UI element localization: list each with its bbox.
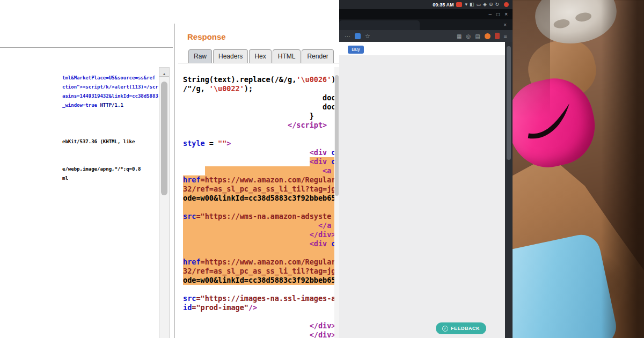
- scrollbar-thumb[interactable]: [335, 75, 339, 196]
- request-panel: tml&MarketPlace=US&source=ss&refction"><…: [0, 0, 173, 338]
- photo-knuckle: [575, 12, 592, 23]
- tabs-divider: [178, 63, 339, 63]
- code-line: ode=w00&linkId=cc38d5883c3f92bbeb65: [183, 194, 334, 203]
- photo-shadow: [513, 0, 550, 118]
- tray-icon[interactable]: ↻: [495, 0, 499, 9]
- code-line: </script>: [183, 121, 334, 130]
- close-button[interactable]: ×: [504, 9, 508, 19]
- proxy-icon[interactable]: [485, 33, 491, 39]
- code-line: [62, 128, 158, 137]
- code-line: [183, 248, 334, 258]
- code-line: ml: [62, 174, 158, 183]
- code-line: [62, 156, 158, 165]
- maximize-button[interactable]: □: [496, 9, 500, 19]
- page-content: Buy ✓ FEEDBACK: [339, 42, 505, 338]
- clock: 09:35 AM: [433, 2, 453, 8]
- code-line: tml&MarketPlace=US&source=ss&ref: [62, 74, 158, 83]
- record-icon[interactable]: [504, 2, 509, 7]
- code-line: [183, 312, 334, 321]
- request-editor[interactable]: tml&MarketPlace=US&source=ss&refction"><…: [62, 74, 158, 183]
- code-line: }: [183, 112, 334, 121]
- code-line: doc: [183, 93, 334, 102]
- feedback-button[interactable]: ✓ FEEDBACK: [436, 322, 486, 334]
- code-line: _window=true HTTP/1.1: [62, 101, 158, 110]
- minimize-button[interactable]: –: [489, 9, 492, 19]
- response-viewer[interactable]: String(text).replace(/&/g,'\u0026')/"/g,…: [183, 75, 334, 338]
- browser-tab[interactable]: [339, 20, 420, 30]
- code-line: /"/g, '\u0022');: [183, 84, 334, 93]
- code-line: <div cl: [183, 157, 334, 166]
- adblock-icon[interactable]: [495, 33, 500, 39]
- code-line: src="https://images-na.ssl-images-a: [183, 294, 334, 303]
- code-line: <div cl: [183, 239, 334, 248]
- code-line: [183, 203, 334, 212]
- browser-scrollbar[interactable]: [505, 42, 513, 338]
- code-line: 32/ref=as_sl_pc_as_ss_li_til?tag=jg: [183, 267, 334, 276]
- code-line: [62, 110, 158, 119]
- page-header: Buy: [339, 42, 505, 55]
- code-line: 32/ref=as_sl_pc_as_ss_li_til?tag=jg: [183, 185, 334, 194]
- code-line: href=https://www.amazon.com/Regular: [183, 175, 334, 185]
- code-line: </div>: [183, 230, 334, 239]
- code-line: </div>: [183, 321, 334, 330]
- code-line: ode=w00&linkId=cc38d5883c3f92bbeb65: [183, 276, 334, 285]
- code-line: doc: [183, 102, 334, 112]
- scrollbar-thumb[interactable]: [161, 82, 167, 195]
- tab-headers[interactable]: Headers: [213, 49, 248, 63]
- system-bar: 09:35 AM ▾◧▭◈⊙↻: [339, 0, 513, 9]
- container-icon[interactable]: ▤: [475, 33, 480, 39]
- tray-icon[interactable]: ⊙: [489, 0, 493, 9]
- response-panel: Response RawHeadersHexHTMLRender String(…: [178, 0, 339, 338]
- code-line: [183, 130, 334, 139]
- response-scrollbar[interactable]: [334, 67, 339, 338]
- buy-button[interactable]: Buy: [348, 46, 364, 54]
- photo-knuckle: [553, 18, 570, 29]
- tray-icon[interactable]: ▾: [465, 0, 467, 9]
- scroll-up-button[interactable]: ▲: [159, 68, 169, 77]
- window-title-bar: – □ ×: [339, 9, 513, 19]
- code-line: [183, 285, 334, 294]
- pane-splitter[interactable]: [174, 24, 175, 338]
- code-line: asins=1449319432&linkId=cc38d5883: [62, 92, 158, 101]
- tab-hex[interactable]: Hex: [249, 49, 271, 63]
- scrollbar-thumb[interactable]: [507, 46, 511, 160]
- feedback-label: FEEDBACK: [451, 326, 480, 331]
- tab-html[interactable]: HTML: [273, 49, 301, 63]
- tennis-player-photo: [513, 0, 644, 338]
- tray-icon[interactable]: ▭: [476, 0, 481, 9]
- code-line: <div cl: [183, 148, 334, 157]
- tray-icon[interactable]: ◈: [483, 0, 487, 9]
- panel-title: Response: [187, 32, 226, 41]
- tab-close-icon[interactable]: ×: [503, 22, 507, 28]
- notification-badge-icon[interactable]: [456, 2, 462, 7]
- system-tray: ▾◧▭◈⊙↻: [465, 0, 499, 9]
- bookmark-star-icon[interactable]: ☆: [365, 33, 370, 40]
- more-icon[interactable]: ⋯: [345, 33, 350, 40]
- feedback-check-icon: ✓: [442, 326, 448, 332]
- code-line: </div>: [183, 330, 334, 338]
- code-line: [62, 146, 158, 156]
- code-line: src="https://wms-na.amazon-adsyste: [183, 212, 334, 221]
- code-line: ebKit/537.36 (KHTML, like: [62, 137, 158, 146]
- tray-icon[interactable]: ◧: [470, 0, 474, 9]
- code-line: <a: [183, 166, 334, 175]
- code-line: style = "">: [183, 139, 334, 148]
- code-line: href=https://www.amazon.com/Regular: [183, 258, 334, 267]
- request-scrollbar[interactable]: ▲: [159, 67, 170, 338]
- menu-icon[interactable]: ≡: [504, 33, 507, 39]
- screenshot-icon[interactable]: ◎: [466, 33, 471, 39]
- devtools-icon[interactable]: ▦: [457, 33, 462, 39]
- tab-raw[interactable]: Raw: [188, 49, 212, 63]
- code-line: </a: [183, 221, 334, 230]
- code-line: id="prod-image"/>: [183, 303, 334, 312]
- response-tabs: RawHeadersHexHTMLRender: [188, 49, 335, 63]
- browser-window: 09:35 AM ▾◧▭◈⊙↻ – □ × × ⋯ ☆ ▦ ◎ ▤ ≡: [339, 0, 513, 338]
- panel-top-divider: [0, 47, 173, 48]
- screenshot-root: tml&MarketPlace=US&source=ss&refction"><…: [0, 0, 644, 338]
- browser-tab-bar: ×: [339, 19, 513, 30]
- arrow-up-icon: ▲: [163, 72, 166, 76]
- tab-render[interactable]: Render: [302, 49, 333, 63]
- extension-icon[interactable]: [355, 33, 361, 39]
- code-line: [62, 119, 158, 128]
- photo-shadow: [601, 0, 644, 338]
